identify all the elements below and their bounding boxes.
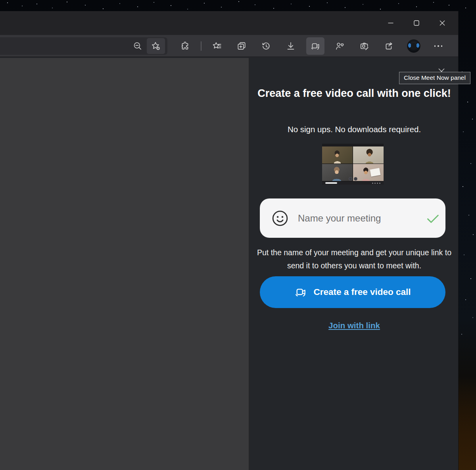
preview-titlebar: [322, 144, 384, 146]
profile-avatar: [407, 39, 420, 53]
share-button[interactable]: [380, 37, 398, 55]
minimize-icon: [388, 20, 394, 26]
favorites-icon: [212, 41, 222, 51]
meet-now-panel: Create a free video call with one click!…: [250, 58, 458, 470]
join-with-link[interactable]: Join with link: [328, 321, 380, 330]
address-bar[interactable]: [0, 37, 167, 55]
share-icon: [384, 41, 394, 51]
meeting-name-input[interactable]: [298, 213, 421, 224]
ellipsis-icon: [434, 45, 443, 47]
video-call-preview-image: [322, 144, 384, 185]
toolbar-icon-row: [176, 37, 447, 55]
preview-taskbar-dots: [372, 183, 380, 184]
extensions-button[interactable]: [176, 37, 194, 55]
meet-now-button[interactable]: [306, 37, 324, 55]
meet-now-camera-icon: [310, 41, 321, 51]
preview-call-controls: [349, 177, 357, 181]
collections-icon: [236, 41, 247, 51]
browser-essentials-icon: [335, 41, 345, 51]
downloads-icon: [286, 41, 296, 51]
minimize-button[interactable]: [378, 11, 403, 35]
maximize-button[interactable]: [403, 11, 429, 35]
browser-toolbar: [0, 35, 458, 57]
preview-taskbar-pill: [325, 182, 337, 184]
add-favorite-icon: [151, 41, 161, 51]
profile-button[interactable]: [405, 37, 423, 55]
browser-essentials-button[interactable]: [331, 37, 349, 55]
extensions-icon: [180, 41, 190, 51]
page-content: [0, 58, 250, 470]
history-icon: [261, 41, 271, 51]
window-controls: [378, 11, 455, 35]
meeting-name-field[interactable]: [260, 198, 445, 238]
toolbar-divider: [201, 41, 202, 51]
wallpaper-stars: [0, 0, 1, 1]
participant-tile: [322, 164, 353, 181]
zoom-out-icon: [132, 41, 143, 51]
content-area: Create a free video call with one click!…: [0, 58, 458, 470]
participant-tile: [353, 164, 384, 181]
history-button[interactable]: [257, 37, 275, 55]
maximize-icon: [413, 20, 420, 26]
titlebar[interactable]: [0, 11, 458, 35]
close-window-button[interactable]: [429, 11, 455, 35]
participant-tile: [322, 146, 353, 164]
downloads-button[interactable]: [282, 37, 300, 55]
panel-subheading: No sign ups. No downloads required.: [251, 125, 457, 134]
smiley-icon: [271, 209, 289, 227]
create-video-call-button[interactable]: Create a free video call: [260, 276, 445, 308]
tooltip-close-meet-now-panel: Close Meet Now panel: [399, 72, 470, 84]
browser-window: Create a free video call with one click!…: [0, 11, 459, 470]
web-capture-icon: [359, 41, 370, 51]
web-capture-button[interactable]: [355, 37, 374, 55]
video-camera-icon: [294, 286, 307, 299]
participant-tile: [353, 146, 384, 164]
join-with-link-row: Join with link: [251, 321, 457, 330]
settings-menu-button[interactable]: [429, 37, 447, 55]
green-checkmark-icon: [425, 210, 441, 226]
panel-description: Put the name of your meeting and get you…: [256, 246, 452, 272]
panel-heading: Create a free video call with one click!: [251, 86, 457, 101]
favorites-button[interactable]: [208, 37, 226, 55]
add-favorite-button[interactable]: [147, 38, 165, 54]
close-icon: [439, 20, 445, 26]
preview-participant-grid: [322, 146, 384, 181]
collections-button[interactable]: [232, 37, 251, 55]
create-video-call-label: Create a free video call: [313, 287, 411, 297]
held-card: [370, 168, 381, 177]
zoom-out-button[interactable]: [129, 38, 147, 54]
